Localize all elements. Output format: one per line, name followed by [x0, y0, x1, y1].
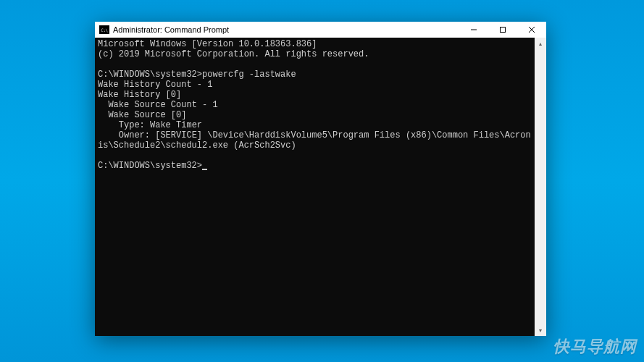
close-button[interactable]: [517, 22, 546, 38]
terminal-line: Microsoft Windows [Version 10.0.18363.83…: [98, 39, 317, 49]
window-controls: [459, 22, 546, 38]
terminal-area: Microsoft Windows [Version 10.0.18363.83…: [95, 38, 546, 336]
watermark-text: 快马导航网: [553, 336, 637, 358]
vertical-scrollbar[interactable]: ▴ ▾: [535, 38, 546, 336]
scroll-up-button[interactable]: ▴: [535, 38, 546, 49]
terminal-prompt: C:\WINDOWS\system32>: [98, 161, 202, 171]
terminal-line: Wake History [0]: [98, 90, 181, 100]
svg-rect-1: [501, 28, 506, 33]
command-prompt-window: C:\ Administrator: Command Prompt Micros…: [95, 22, 546, 336]
terminal-line: Wake Source [0]: [98, 110, 186, 120]
terminal-line: (c) 2019 Microsoft Corporation. All righ…: [98, 49, 369, 59]
maximize-button[interactable]: [488, 22, 517, 38]
terminal-output[interactable]: Microsoft Windows [Version 10.0.18363.83…: [95, 38, 535, 336]
scroll-down-button[interactable]: ▾: [535, 324, 546, 336]
terminal-line: C:\WINDOWS\system32>powercfg -lastwake: [98, 70, 296, 80]
cmd-icon: C:\: [99, 25, 109, 34]
window-title: Administrator: Command Prompt: [113, 25, 459, 34]
titlebar[interactable]: C:\ Administrator: Command Prompt: [95, 22, 546, 38]
terminal-line: Wake History Count - 1: [98, 80, 212, 90]
cursor: [202, 169, 207, 170]
minimize-button[interactable]: [459, 22, 488, 38]
terminal-line: Wake Source Count - 1: [98, 100, 218, 110]
terminal-line: Owner: [SERVICE] \Device\HarddiskVolume5…: [98, 130, 531, 151]
terminal-line: Type: Wake Timer: [98, 120, 202, 130]
